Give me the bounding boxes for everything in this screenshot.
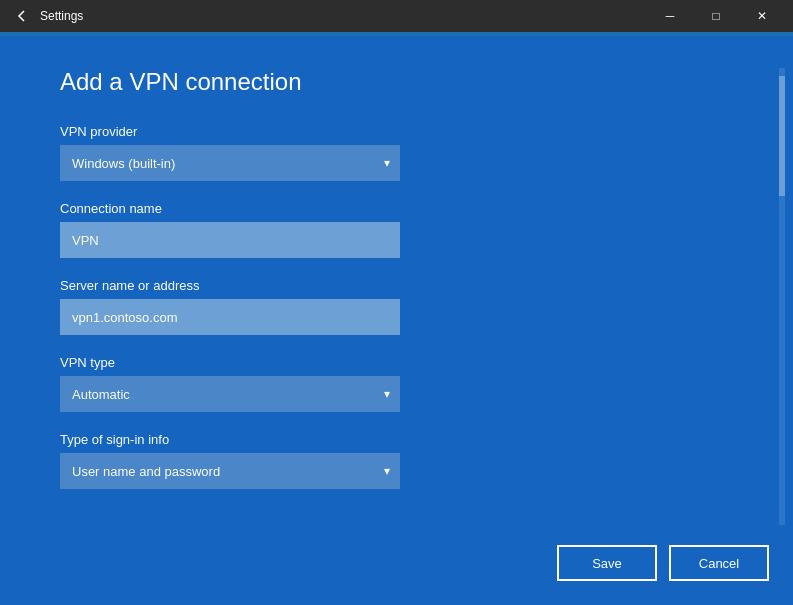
title-bar-left: Settings — [12, 6, 83, 26]
scrollbar-track — [779, 68, 785, 525]
back-button[interactable] — [12, 6, 32, 26]
window-controls: ─ □ ✕ — [647, 0, 785, 32]
vpn-type-label: VPN type — [60, 355, 733, 370]
main-content: Add a VPN connection VPN provider Window… — [0, 36, 793, 605]
vpn-provider-wrapper: Windows (built-in) ▾ — [60, 145, 400, 181]
vpn-provider-group: VPN provider Windows (built-in) ▾ — [60, 124, 733, 181]
page-title: Add a VPN connection — [60, 68, 733, 96]
vpn-type-select[interactable]: Automatic PPTP L2TP/IPsec SSTP IKEv2 — [60, 376, 400, 412]
server-name-label: Server name or address — [60, 278, 733, 293]
cancel-button[interactable]: Cancel — [669, 545, 769, 581]
connection-name-label: Connection name — [60, 201, 733, 216]
vpn-type-wrapper: Automatic PPTP L2TP/IPsec SSTP IKEv2 ▾ — [60, 376, 400, 412]
sign-in-type-group: Type of sign-in info User name and passw… — [60, 432, 733, 489]
vpn-type-group: VPN type Automatic PPTP L2TP/IPsec SSTP … — [60, 355, 733, 412]
maximize-button[interactable]: □ — [693, 0, 739, 32]
scrollbar-thumb[interactable] — [779, 76, 785, 196]
connection-name-input[interactable] — [60, 222, 400, 258]
sign-in-type-label: Type of sign-in info — [60, 432, 733, 447]
footer-buttons: Save Cancel — [557, 545, 769, 581]
server-name-input[interactable] — [60, 299, 400, 335]
minimize-button[interactable]: ─ — [647, 0, 693, 32]
server-name-group: Server name or address — [60, 278, 733, 335]
window-title: Settings — [40, 9, 83, 23]
sign-in-type-wrapper: User name and password Smart card One-ti… — [60, 453, 400, 489]
save-button[interactable]: Save — [557, 545, 657, 581]
close-button[interactable]: ✕ — [739, 0, 785, 32]
connection-name-group: Connection name — [60, 201, 733, 258]
vpn-provider-label: VPN provider — [60, 124, 733, 139]
vpn-provider-select[interactable]: Windows (built-in) — [60, 145, 400, 181]
title-bar: Settings ─ □ ✕ — [0, 0, 793, 32]
sign-in-type-select[interactable]: User name and password Smart card One-ti… — [60, 453, 400, 489]
